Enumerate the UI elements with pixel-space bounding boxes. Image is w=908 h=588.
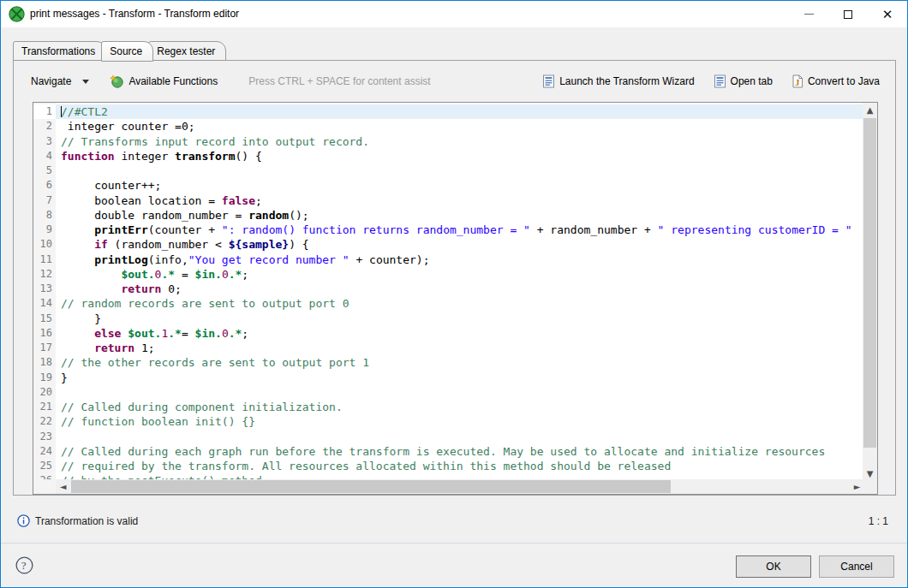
code-editor: 1234567891011121314151617181920212223242… bbox=[33, 102, 878, 495]
code-line[interactable]: printLog(info,"You get record number " +… bbox=[56, 252, 877, 267]
line-number: 4 bbox=[33, 149, 56, 163]
code-token bbox=[61, 342, 94, 354]
code-token: double random_number = bbox=[61, 209, 248, 222]
line-number: 1 bbox=[33, 104, 56, 119]
code-token: + counter); bbox=[349, 253, 430, 266]
code-line[interactable]: boolean location = false; bbox=[56, 193, 877, 208]
code-token: //#CTL2 bbox=[61, 105, 108, 118]
code-line[interactable] bbox=[56, 163, 877, 178]
code-token: 0; bbox=[161, 282, 181, 295]
code-token: (info, bbox=[148, 253, 188, 266]
line-number: 24 bbox=[33, 444, 56, 459]
code-token: (random_number < bbox=[108, 238, 229, 251]
code-token: // required by the transform. All resour… bbox=[61, 460, 671, 472]
launch-wizard-button[interactable]: Launch the Transform Wizard bbox=[542, 74, 694, 88]
convert-to-java-button[interactable]: J Convert to Java bbox=[792, 74, 880, 88]
code-line[interactable]: return 1; bbox=[56, 341, 877, 355]
title-bar: print messages - Transform - Transform e… bbox=[1, 1, 907, 27]
horizontal-scrollbar-thumb[interactable] bbox=[71, 480, 671, 493]
code-token: ) { bbox=[289, 238, 308, 251]
transform-editor-dialog: print messages - Transform - Transform e… bbox=[0, 0, 908, 588]
code-token: .* bbox=[168, 327, 182, 340]
maximize-button[interactable] bbox=[828, 1, 868, 27]
code-line[interactable]: // the other records are sent to output … bbox=[56, 355, 877, 370]
scroll-up-icon[interactable]: ▲ bbox=[863, 103, 877, 117]
available-functions-button[interactable]: Available Functions bbox=[128, 75, 218, 87]
code-token: $in. bbox=[195, 327, 222, 340]
code-token: ; bbox=[242, 327, 248, 340]
horizontal-scrollbar[interactable]: ◄ ► bbox=[56, 479, 864, 494]
code-line[interactable]: $out.0.* = $in.0.*; bbox=[56, 267, 877, 282]
open-tab-button[interactable]: Open tab bbox=[714, 74, 773, 88]
ok-button[interactable]: OK bbox=[736, 555, 811, 578]
content-assist-hint: Press CTRL + SPACE for content assist bbox=[248, 75, 430, 87]
code-line[interactable] bbox=[56, 385, 877, 400]
code-token bbox=[61, 223, 94, 236]
code-token: " representing customerID = " bbox=[658, 223, 852, 236]
close-button[interactable]: ✕ bbox=[868, 1, 907, 27]
line-number: 9 bbox=[33, 223, 56, 237]
code-line[interactable]: } bbox=[56, 312, 877, 326]
line-number: 3 bbox=[33, 134, 56, 149]
code-token: // function boolean init() {} bbox=[61, 415, 255, 428]
line-number: 25 bbox=[33, 459, 56, 473]
code-token: 0 bbox=[222, 268, 229, 281]
code-token: .* bbox=[161, 268, 175, 281]
code-token: if bbox=[94, 238, 108, 251]
tab-regex-tester[interactable]: Regex tester bbox=[148, 41, 226, 61]
launch-wizard-label: Launch the Transform Wizard bbox=[559, 75, 694, 87]
code-token: counter++; bbox=[61, 179, 161, 192]
code-line[interactable]: // function boolean init() {} bbox=[56, 414, 877, 429]
vertical-scrollbar-thumb[interactable] bbox=[863, 118, 876, 448]
code-token: $in. bbox=[195, 268, 222, 281]
open-tab-document-icon bbox=[714, 74, 726, 88]
line-number-gutter: 1234567891011121314151617181920212223242… bbox=[33, 103, 56, 494]
code-line[interactable]: // Called during each graph run before t… bbox=[56, 444, 877, 459]
code-token: 1; bbox=[134, 342, 154, 354]
status-bar: Transformation is valid 1 : 1 bbox=[1, 508, 907, 533]
code-line[interactable]: else $out.1.*= $in.0.*; bbox=[56, 326, 877, 341]
code-line[interactable]: // random records are sent to output por… bbox=[56, 296, 877, 311]
code-line[interactable]: counter++; bbox=[56, 178, 877, 193]
navigate-label: Navigate bbox=[31, 75, 71, 87]
code-area[interactable]: //#CTL2 integer counter =0;// Transforms… bbox=[56, 103, 877, 494]
scroll-left-icon[interactable]: ◄ bbox=[56, 479, 70, 494]
code-line[interactable]: integer counter =0; bbox=[56, 119, 877, 134]
navigate-button[interactable]: Navigate bbox=[31, 75, 89, 87]
editor-toolbar: Navigate Available Functions Press CTRL … bbox=[31, 71, 880, 92]
line-number: 16 bbox=[33, 326, 56, 341]
code-line[interactable]: //#CTL2 bbox=[56, 104, 877, 119]
code-token: (counter + bbox=[148, 223, 222, 236]
tab-source[interactable]: Source bbox=[101, 41, 153, 62]
cancel-button[interactable]: Cancel bbox=[819, 555, 894, 578]
code-token: .* bbox=[229, 327, 242, 340]
code-line[interactable]: printErr(counter + ": random() function … bbox=[56, 223, 877, 237]
info-icon bbox=[17, 514, 30, 527]
code-token: ; bbox=[255, 194, 262, 207]
svg-text:?: ? bbox=[21, 559, 27, 572]
tab-transformations[interactable]: Transformations bbox=[13, 41, 106, 61]
code-token: else bbox=[94, 327, 121, 340]
line-number: 14 bbox=[33, 296, 56, 311]
code-line[interactable]: // required by the transform. All resour… bbox=[56, 459, 877, 473]
line-number: 12 bbox=[33, 267, 56, 282]
line-number: 23 bbox=[33, 430, 56, 444]
line-number: 10 bbox=[33, 237, 56, 252]
code-token: ": random() function returns random_numb… bbox=[222, 223, 530, 236]
help-icon[interactable]: ? bbox=[15, 556, 33, 574]
open-tab-label: Open tab bbox=[731, 75, 773, 87]
code-line[interactable]: function integer transform() { bbox=[56, 149, 877, 163]
line-number: 5 bbox=[33, 163, 56, 178]
code-token: } bbox=[61, 312, 101, 325]
code-line[interactable]: double random_number = random(); bbox=[56, 208, 877, 223]
code-token bbox=[61, 238, 94, 251]
code-line[interactable]: // Called during component initializatio… bbox=[56, 400, 877, 414]
code-line[interactable] bbox=[56, 430, 877, 444]
line-number: 8 bbox=[33, 208, 56, 223]
code-line[interactable]: } bbox=[56, 371, 877, 385]
minimize-button[interactable] bbox=[789, 1, 828, 27]
code-line[interactable]: // Transforms input record into output r… bbox=[56, 134, 877, 149]
code-line[interactable]: if (random_number < ${sample}) { bbox=[56, 237, 877, 252]
vertical-scrollbar[interactable]: ▲ ▼ bbox=[863, 103, 877, 481]
code-line[interactable]: return 0; bbox=[56, 282, 877, 296]
